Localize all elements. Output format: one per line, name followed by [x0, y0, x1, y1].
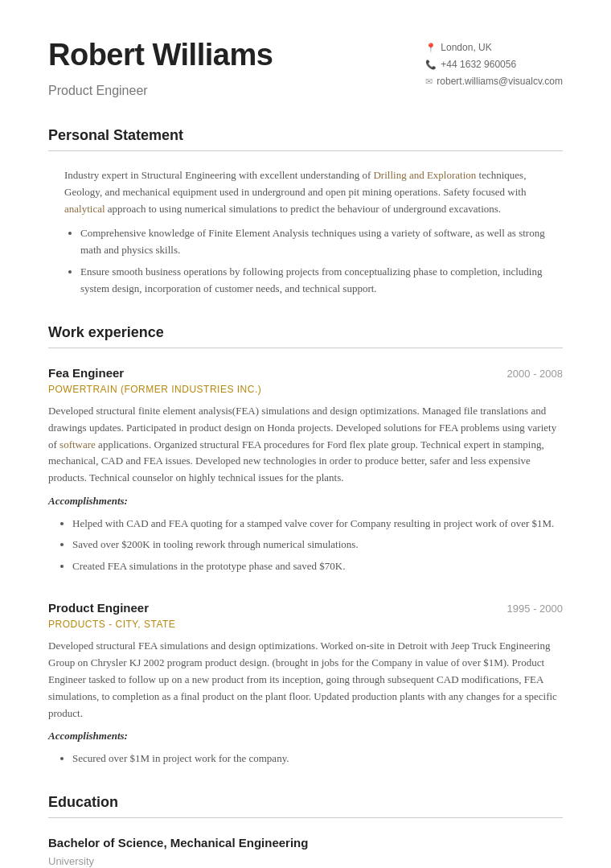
candidate-title: Product Engineer — [48, 81, 273, 101]
email-icon: ✉ — [425, 75, 433, 88]
contact-phone: 📞 +44 1632 960056 — [425, 57, 563, 72]
job-entry-1: Fea Engineer 2000 - 2008 POWERTRAIN (FOR… — [48, 364, 563, 575]
phone-icon: 📞 — [425, 58, 437, 72]
personal-bullet-2: Ensure smooth business operations by fol… — [80, 264, 563, 298]
education-entry-1: Bachelor of Science, Mechanical Engineer… — [48, 834, 563, 868]
highlight-drilling: Drilling and Exploration — [373, 169, 476, 181]
candidate-name: Robert Williams — [48, 32, 273, 78]
header: Robert Williams Product Engineer 📍 Londo… — [48, 32, 563, 101]
accomplishments-list-2: Secured over $1M in project work for the… — [48, 751, 563, 767]
education-title: Education — [48, 792, 563, 818]
highlight-software: software — [59, 438, 96, 450]
job-header-1: Fea Engineer 2000 - 2008 — [48, 364, 563, 383]
personal-statement-paragraph: Industry expert in Structural Engineerin… — [56, 167, 563, 217]
job-dates-1: 2000 - 2008 — [507, 366, 563, 382]
personal-statement-section: Personal Statement Industry expert in St… — [48, 125, 563, 298]
accomplishment-1-2: Saved over $200K in tooling rework throu… — [72, 537, 563, 553]
accomplishments-label-1: Accomplishments: — [48, 493, 563, 509]
accomplishments-label-2: Accomplishments: — [48, 728, 563, 744]
accomplishment-1-1: Helped with CAD and FEA quoting for a st… — [72, 516, 563, 533]
accomplishments-list-1: Helped with CAD and FEA quoting for a st… — [48, 516, 563, 575]
job-description-2: Developed structural FEA simulations and… — [48, 638, 563, 722]
job-description-1: Developed structural finite element anal… — [48, 403, 563, 487]
location-icon: 📍 — [425, 41, 437, 55]
work-experience-section: Work experience Fea Engineer 2000 - 2008… — [48, 322, 563, 767]
personal-statement-bullets: Comprehensive knowledge of Finite Elemen… — [56, 225, 563, 297]
accomplishment-2-1: Secured over $1M in project work for the… — [72, 751, 563, 767]
job-company-2: PRODUCTS - CITY, STATE — [48, 617, 563, 631]
edu-degree-1: Bachelor of Science, Mechanical Engineer… — [48, 834, 563, 853]
highlight-analytical: analytical — [64, 203, 105, 215]
header-left: Robert Williams Product Engineer — [48, 32, 273, 101]
contact-info: 📍 London, UK 📞 +44 1632 960056 ✉ robert.… — [425, 40, 563, 91]
job-dates-2: 1995 - 2000 — [507, 601, 563, 617]
job-title-1: Fea Engineer — [48, 364, 124, 383]
email-text: robert.williams@visualcv.com — [437, 74, 563, 88]
edu-school-1: University — [48, 854, 563, 868]
personal-bullet-1: Comprehensive knowledge of Finite Elemen… — [80, 225, 563, 259]
work-experience-title: Work experience — [48, 322, 563, 348]
job-title-2: Product Engineer — [48, 599, 149, 618]
education-section: Education Bachelor of Science, Mechanica… — [48, 792, 563, 868]
highlight-prototype: in the prototype phase — [180, 560, 273, 572]
job-header-2: Product Engineer 1995 - 2000 — [48, 599, 563, 618]
phone-text: +44 1632 960056 — [441, 57, 516, 72]
location-text: London, UK — [441, 40, 491, 55]
job-entry-2: Product Engineer 1995 - 2000 PRODUCTS - … — [48, 599, 563, 767]
resume-page: Robert Williams Product Engineer 📍 Londo… — [0, 0, 611, 868]
accomplishment-1-3: Created FEA simulations in the prototype… — [72, 558, 563, 575]
job-company-1: POWERTRAIN (FORMER INDUSTRIES INC.) — [48, 382, 563, 397]
personal-statement-content: Industry expert in Structural Engineerin… — [48, 167, 563, 298]
personal-statement-title: Personal Statement — [48, 125, 563, 151]
contact-email: ✉ robert.williams@visualcv.com — [425, 74, 563, 88]
contact-location: 📍 London, UK — [425, 40, 563, 55]
